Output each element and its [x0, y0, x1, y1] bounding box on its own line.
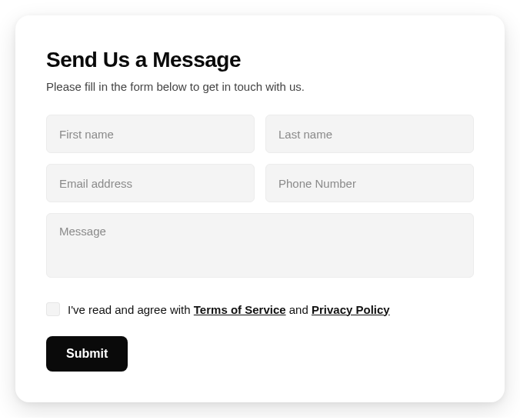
consent-prefix: I've read and agree with: [68, 303, 194, 316]
submit-button[interactable]: Submit: [46, 336, 128, 372]
phone-input[interactable]: [265, 164, 474, 202]
last-name-input[interactable]: [265, 115, 474, 153]
consent-text: I've read and agree with Terms of Servic…: [68, 303, 390, 316]
email-input[interactable]: [46, 164, 255, 202]
contact-form-card: Send Us a Message Please fill in the for…: [15, 15, 505, 402]
form-title: Send Us a Message: [46, 48, 474, 72]
first-name-input[interactable]: [46, 115, 255, 153]
consent-middle: and: [286, 303, 312, 316]
consent-checkbox[interactable]: [46, 302, 60, 316]
terms-of-service-link[interactable]: Terms of Service: [194, 303, 286, 316]
consent-row: I've read and agree with Terms of Servic…: [46, 302, 474, 316]
name-row: [46, 115, 474, 153]
form-subtitle: Please fill in the form below to get in …: [46, 80, 474, 93]
contact-row: [46, 164, 474, 202]
privacy-policy-link[interactable]: Privacy Policy: [312, 303, 390, 316]
message-textarea[interactable]: [46, 213, 474, 278]
